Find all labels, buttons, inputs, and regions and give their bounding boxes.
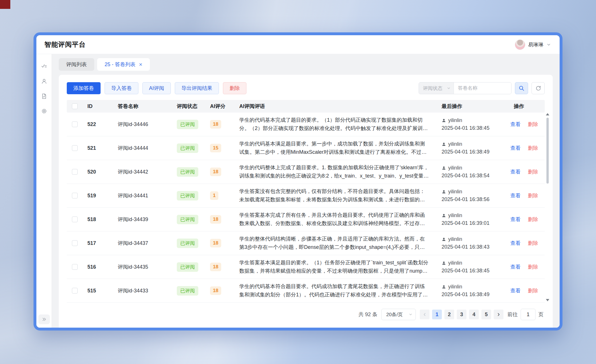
status-badge: 已评阅	[177, 191, 198, 200]
view-link[interactable]: 查看	[510, 145, 521, 151]
row-checkbox[interactable]	[72, 145, 78, 151]
row-checkbox[interactable]	[72, 217, 78, 222]
scroll-down-arrow[interactable]	[546, 299, 549, 301]
import-answer-button[interactable]: 导入答卷	[105, 82, 138, 94]
table-row: 520 评阅id-34442 已评阅 18 学生的代码整体上完成了题目要求。1.…	[67, 160, 545, 184]
row-operator: yilinlin	[448, 236, 462, 242]
person-icon	[442, 142, 446, 147]
row-time: 2025-04-01 16:38:49	[442, 149, 508, 155]
tab-label: 25 - 答卷列表	[105, 61, 136, 68]
score-badge: 18	[210, 239, 221, 247]
row-name: 评阅id-34442	[113, 168, 172, 175]
person-icon	[442, 213, 446, 218]
delete-link[interactable]: 删除	[528, 264, 538, 270]
row-operator: yilinlin	[448, 117, 462, 123]
ai-review-button[interactable]: AI评阅	[142, 82, 171, 94]
page-button-1[interactable]: 1	[432, 310, 442, 319]
row-id: 515	[83, 288, 113, 294]
review-status-select[interactable]: 评阅状态	[419, 82, 454, 94]
delete-link[interactable]: 删除	[528, 193, 538, 198]
view-link[interactable]: 查看	[510, 264, 521, 270]
delete-link[interactable]: 删除	[528, 145, 538, 151]
sidebar-item-papers[interactable]	[39, 91, 50, 102]
chevron-down-icon	[546, 42, 551, 47]
score-badge: 18	[210, 120, 221, 129]
page-button-5[interactable]: 5	[481, 310, 491, 319]
view-link[interactable]: 查看	[510, 169, 521, 175]
checklist-icon	[41, 63, 47, 70]
app-window: 智能评阅平台 易琳琳	[34, 32, 562, 330]
row-checkbox[interactable]	[72, 264, 78, 270]
delete-link[interactable]: 删除	[528, 240, 538, 246]
chevron-down-icon	[409, 312, 413, 316]
answer-name-input[interactable]	[454, 82, 511, 94]
export-results-button[interactable]: 导出评阅结果	[175, 82, 219, 94]
row-checkbox[interactable]	[72, 288, 78, 294]
scrollbar-thumb[interactable]	[546, 118, 549, 184]
tab-answer-sheet-list[interactable]: 25 - 答卷列表 ×	[97, 58, 150, 71]
view-link[interactable]: 查看	[510, 193, 521, 198]
avatar[interactable]	[515, 40, 525, 50]
user-icon	[41, 78, 47, 84]
view-link[interactable]: 查看	[510, 240, 521, 246]
row-id: 518	[83, 217, 113, 223]
row-name: 评阅id-34444	[113, 145, 172, 151]
search-icon	[518, 85, 525, 91]
row-operator: yilinlin	[448, 141, 462, 147]
sidebar-item-review-list[interactable]	[39, 61, 50, 72]
goto-label: 前往	[507, 311, 518, 318]
row-name: 评阅id-34446	[113, 121, 172, 128]
delete-link[interactable]: 删除	[528, 169, 538, 175]
sidebar	[36, 54, 52, 328]
sidebar-collapse-button[interactable]	[38, 314, 50, 324]
pager: ‹ 12345 ›	[420, 310, 503, 319]
close-icon[interactable]: ×	[139, 62, 142, 67]
status-select-placeholder: 评阅状态	[423, 85, 442, 92]
tab-label: 评阅列表	[66, 61, 87, 68]
header-id: ID	[83, 103, 113, 109]
row-checkbox[interactable]	[72, 193, 78, 198]
window-header: 智能评阅平台 易琳琳	[36, 35, 560, 54]
sidebar-item-settings[interactable]	[39, 106, 50, 117]
prev-page-button[interactable]: ‹	[420, 310, 430, 319]
status-badge: 已评阅	[177, 120, 198, 129]
page-button-3[interactable]: 3	[457, 310, 466, 319]
row-time: 2025-04-01 16:38:56	[442, 196, 508, 202]
status-badge: 已评阅	[177, 215, 198, 224]
view-link[interactable]: 查看	[510, 288, 521, 294]
user-menu[interactable]: 易琳琳	[515, 40, 551, 50]
page-size-select[interactable]: 20条/页	[381, 309, 416, 320]
view-link[interactable]: 查看	[510, 121, 521, 127]
table-header-row: ID 答卷名称 评阅状态 AI评分 AI评阅评语 最后操作 操作	[67, 100, 545, 113]
toolbar: 添加答卷 导入答卷 AI评阅 导出评阅结果 删除 评阅状态	[67, 82, 545, 94]
goto-page-input[interactable]	[521, 309, 536, 320]
refresh-button[interactable]	[532, 82, 545, 94]
score-badge: 18	[210, 215, 221, 224]
table-row: 522 评阅id-34446 已评阅 18 学生的代码基本完成了题目的要求。（1…	[67, 113, 545, 136]
row-checkbox[interactable]	[72, 121, 78, 127]
chevron-down-icon	[447, 86, 451, 90]
delete-link[interactable]: 删除	[528, 121, 538, 127]
page-size-value: 20条/页	[386, 311, 403, 318]
delete-button[interactable]: 删除	[223, 82, 246, 94]
page-button-4[interactable]: 4	[469, 310, 479, 319]
delete-link[interactable]: 删除	[528, 217, 538, 222]
table-row: 515 评阅id-34433 已评阅 18 学生的代码基本符合题目要求。代码成功…	[67, 279, 545, 303]
table-row: 516 评阅id-34435 已评阅 18 学生答案基本满足题目的要求。（1）任…	[67, 255, 545, 279]
page-button-2[interactable]: 2	[444, 310, 454, 319]
add-answer-button[interactable]: 添加答卷	[67, 82, 101, 94]
goto-page: 前往 页	[507, 309, 544, 320]
select-all-checkbox[interactable]	[72, 103, 78, 109]
filter-group: 评阅状态	[419, 82, 511, 94]
delete-link[interactable]: 删除	[528, 288, 538, 294]
next-page-button[interactable]: ›	[494, 310, 503, 319]
row-checkbox[interactable]	[72, 169, 78, 175]
sidebar-item-users[interactable]	[39, 76, 50, 87]
scroll-up-arrow[interactable]	[546, 113, 549, 115]
view-link[interactable]: 查看	[510, 217, 521, 222]
row-id: 522	[83, 121, 113, 127]
search-button[interactable]	[515, 82, 528, 94]
row-checkbox[interactable]	[72, 240, 78, 246]
header-name: 答卷名称	[113, 103, 172, 110]
tab-review-list[interactable]: 评阅列表	[59, 58, 94, 71]
